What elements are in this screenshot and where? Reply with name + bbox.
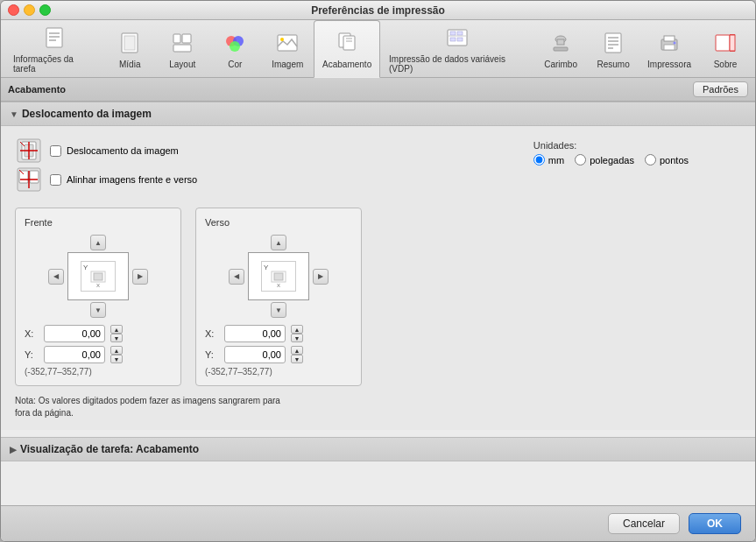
frente-down-btn[interactable]: ▼ — [90, 302, 106, 318]
section-title: Acabamento — [8, 84, 66, 95]
frente-x-down[interactable]: ▼ — [110, 334, 123, 342]
frente-title: Frente — [25, 217, 172, 228]
frente-right-btn[interactable]: ▶ — [132, 269, 148, 285]
tab-job-info-label: Informações da tarefa — [13, 54, 95, 74]
units-label: Unidades: — [533, 140, 689, 151]
color-icon — [221, 29, 249, 57]
frente-inner-page: Y x — [81, 261, 116, 292]
svg-rect-36 — [716, 35, 730, 51]
tab-media-label: Mídia — [119, 60, 140, 69]
verso-y-up[interactable]: ▲ — [291, 346, 303, 355]
collapse-arrow-icon: ▼ — [10, 109, 18, 119]
verso-x-mark: x — [277, 281, 280, 289]
tab-image[interactable]: Imagem — [261, 20, 314, 77]
image-shift-content: Deslocamento da imagem Unidades: mm — [1, 126, 755, 430]
verso-title: Verso — [205, 217, 352, 228]
image-shift-checkbox[interactable] — [50, 145, 61, 157]
verso-x-input[interactable] — [224, 325, 286, 342]
frente-y-up[interactable]: ▲ — [110, 346, 123, 355]
scroll-area[interactable]: ▼ Deslocamento da imagem — [1, 102, 755, 505]
unit-mm-radio[interactable] — [533, 154, 545, 165]
unit-points-radio[interactable] — [645, 154, 656, 165]
ok-button[interactable]: OK — [689, 513, 741, 534]
close-button[interactable] — [8, 4, 19, 16]
tab-job-info[interactable]: Informações da tarefa — [4, 20, 103, 77]
verso-inner-page: Y x — [261, 261, 296, 292]
tab-printer-label: Impressora — [647, 60, 691, 69]
align-checkbox-row: Alinhar imagens frente e verso — [50, 174, 197, 186]
verso-center-row: ◀ Y x — [229, 252, 329, 300]
note-text: Nota: Os valores digitados podem fazer a… — [15, 395, 286, 419]
tab-stamp-label: Carimbo — [544, 60, 577, 69]
tab-stamp[interactable]: Carimbo — [534, 20, 587, 77]
unit-inches-radio[interactable] — [575, 154, 586, 165]
verso-right-btn[interactable]: ▶ — [313, 269, 329, 285]
align-checkbox[interactable] — [50, 174, 61, 186]
tab-color[interactable]: Cor — [208, 20, 261, 77]
verso-left-btn[interactable]: ◀ — [229, 269, 244, 285]
svg-rect-26 — [554, 47, 568, 51]
verso-up-btn[interactable]: ▲ — [271, 235, 286, 250]
unit-inches[interactable]: polegadas — [575, 154, 634, 165]
verso-x-stepper: ▲ ▼ — [291, 325, 303, 342]
frente-x-input[interactable] — [44, 325, 105, 342]
tab-about[interactable]: Sobre — [699, 20, 752, 77]
fv-container: Frente ▲ ◀ Y — [15, 208, 741, 386]
svg-point-11 — [230, 41, 240, 52]
verso-y-label: Y: — [205, 349, 219, 360]
unit-mm[interactable]: mm — [533, 154, 564, 165]
frente-panel: Frente ▲ ◀ Y — [15, 208, 181, 386]
frente-center-row: ◀ Y x — [48, 252, 148, 300]
verso-y-down[interactable]: ▼ — [291, 355, 303, 363]
svg-rect-25 — [557, 39, 564, 45]
about-icon — [711, 29, 739, 57]
units-section: Unidades: mm polegadas — [533, 140, 689, 165]
frente-navigator: ▲ ◀ Y — [25, 235, 172, 318]
svg-rect-47 — [19, 171, 28, 183]
image-icon — [273, 29, 301, 57]
frente-y-row: Y: ▲ ▼ — [25, 346, 172, 363]
verso-x-down[interactable]: ▼ — [291, 334, 303, 342]
svg-rect-55 — [274, 273, 283, 280]
tab-finishing[interactable]: Acabamento — [314, 20, 380, 78]
window-title: Preferências de impressão — [311, 4, 445, 17]
verso-x-row: X: ▲ ▼ — [205, 325, 352, 342]
tab-summary[interactable]: Resumo — [587, 20, 639, 77]
maximize-button[interactable] — [39, 4, 51, 16]
frente-xy-label: Y — [83, 264, 88, 271]
image-shift-section-header[interactable]: ▼ Deslocamento da imagem — [1, 102, 755, 126]
verso-down-btn[interactable]: ▼ — [271, 302, 286, 318]
tab-printer[interactable]: Impressora — [639, 20, 699, 77]
svg-rect-33 — [664, 36, 675, 41]
frente-left-btn[interactable]: ◀ — [48, 269, 64, 285]
minimize-button[interactable] — [24, 4, 35, 16]
main-window: Preferências de impressão Informações da… — [0, 0, 756, 542]
frente-y-down[interactable]: ▼ — [110, 355, 123, 363]
units-radio-group: mm polegadas pontos — [533, 154, 689, 165]
tab-finishing-label: Acabamento — [322, 60, 371, 69]
unit-points[interactable]: pontos — [645, 154, 689, 165]
finishing-icon — [333, 29, 361, 57]
defaults-button[interactable]: Padrões — [693, 81, 748, 97]
tab-vdp[interactable]: Impressão de dados variáveis (VDP) — [380, 20, 534, 77]
unit-inches-label: polegadas — [590, 155, 634, 165]
frente-x-mark: x — [96, 281, 100, 289]
svg-rect-27 — [605, 33, 621, 53]
verso-x-up[interactable]: ▲ — [291, 325, 303, 334]
stamp-icon — [547, 29, 575, 57]
toolbar: Informações da tarefa Mídia Layout Cor — [1, 20, 755, 78]
verso-range: (-352,77–352,77) — [205, 367, 352, 377]
cancel-button[interactable]: Cancelar — [608, 513, 680, 534]
tab-layout[interactable]: Layout — [156, 20, 208, 77]
tab-vdp-label: Impressão de dados variáveis (VDP) — [389, 54, 526, 74]
image-shift-checkbox-row: Deslocamento da imagem — [50, 145, 179, 157]
frente-y-input[interactable] — [44, 346, 105, 363]
verso-y-input[interactable] — [224, 346, 286, 363]
frente-y-label: Y: — [25, 349, 39, 360]
frente-x-up[interactable]: ▲ — [110, 325, 123, 334]
frente-range: (-352,77–352,77) — [25, 367, 172, 377]
frente-up-btn[interactable]: ▲ — [90, 235, 106, 250]
align-icon — [15, 165, 43, 194]
job-preview-header[interactable]: ▶ Visualização de tarefa: Acabamento — [1, 437, 755, 461]
tab-media[interactable]: Mídia — [103, 20, 156, 77]
